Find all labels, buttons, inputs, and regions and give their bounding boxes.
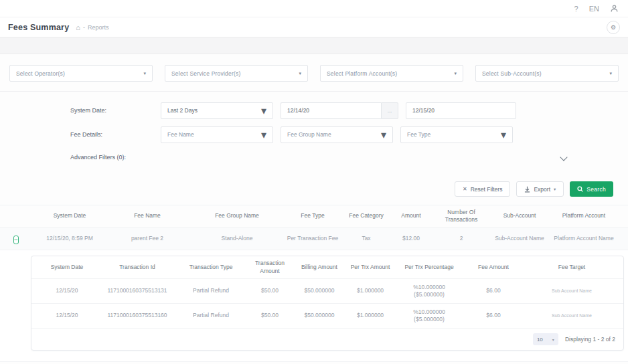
- platform-accounts-select[interactable]: Select Platform Account(s) ▾: [320, 65, 463, 82]
- transactions-table-body: 12/15/20 1171000160375513131 Partial Ref…: [31, 278, 623, 328]
- search-button[interactable]: Search: [570, 181, 613, 197]
- col-fee-type: Fee Type: [280, 209, 345, 222]
- displaying-label: Displaying 1 - 2 of 2: [565, 336, 615, 343]
- chevron-down-icon: ▾: [381, 128, 386, 141]
- transaction-row: 12/15/20 1171000160375513131 Partial Ref…: [31, 278, 623, 303]
- cell-billing-amount: $50.000000: [295, 284, 343, 298]
- operators-select-placeholder: Select Operator(s): [16, 70, 65, 77]
- service-providers-select-placeholder: Select Service Provider(s): [171, 70, 240, 77]
- chevron-down-icon: ▾: [261, 128, 266, 141]
- chevron-down-icon: ▾: [501, 128, 506, 141]
- breadcrumb-separator: -: [83, 24, 85, 31]
- page-settings-button[interactable]: ⚙: [607, 21, 620, 34]
- fee-type-select[interactable]: Fee Type ▾: [400, 126, 513, 143]
- col-system-date: System Date: [39, 209, 100, 222]
- cell-platform-account: Platform Account Name: [552, 232, 616, 246]
- page-size-value: 10: [537, 337, 543, 343]
- user-icon[interactable]: [610, 4, 619, 13]
- operators-select[interactable]: Select Operator(s) ▾: [9, 65, 153, 82]
- cell-per-trx-amount: $1.000000: [343, 284, 397, 298]
- chevron-down-icon: ▾: [552, 337, 554, 342]
- cell-system-date: 12/15/20: [37, 284, 97, 298]
- fee-details-row: Fee Details: Fee Name ▾ Fee Group Name ▾…: [0, 122, 628, 147]
- fee-group-name-placeholder: Fee Group Name: [287, 131, 331, 138]
- page-size-select[interactable]: 10 ▾: [533, 333, 558, 345]
- per-trx-percentage-value: %10.000000: [413, 308, 445, 315]
- breadcrumb: ⌂ - Reports: [76, 23, 108, 31]
- col-per-trx-amount: Per Trx Amount: [343, 261, 397, 274]
- cell-amount: $12.00: [387, 232, 435, 246]
- table-row: ▸ 12/15/20, 1:59 PM Scheduled2 Stand-Alo…: [0, 361, 628, 364]
- cell-fee-target: Sub Account Name: [526, 284, 618, 297]
- per-trx-percentage-value: %10.000000: [413, 284, 445, 290]
- language-selector[interactable]: EN: [589, 5, 599, 13]
- ellipsis-icon: ...: [388, 108, 392, 114]
- col-transaction-id: Transaction Id: [97, 261, 177, 274]
- transactions-pagination: 10 ▾ Displaying 1 - 2 of 2: [31, 328, 623, 350]
- cell-system-date: 12/15/20: [37, 308, 97, 323]
- cell-transaction-id: 1171000160375513131: [97, 284, 177, 298]
- col-fee-target: Fee Target: [526, 261, 618, 274]
- col-fee-category: Fee Category: [345, 209, 387, 222]
- reset-filters-button[interactable]: ✕ Reset Filters: [455, 181, 510, 197]
- col-sub-account: Sub-Account: [487, 209, 552, 222]
- service-providers-select[interactable]: Select Service Provider(s) ▾: [165, 65, 308, 82]
- cell-system-date: 12/15/20, 8:59 PM: [39, 232, 100, 246]
- expander-header: [13, 213, 39, 219]
- date-from-group: 12/14/20 ...: [281, 102, 398, 119]
- sub-accounts-select[interactable]: Select Sub-Account(s) ▾: [475, 65, 619, 82]
- search-icon: [577, 186, 583, 192]
- date-to-input[interactable]: 12/15/20: [406, 102, 516, 119]
- cell-per-trx-amount: $1.000000: [343, 308, 397, 323]
- page-content: Select Operator(s) ▾ Select Service Prov…: [0, 37, 628, 364]
- fees-table-header: System Date Fee Name Fee Group Name Fee …: [0, 205, 628, 227]
- per-trx-percentage-sub: ($5.000000): [398, 316, 460, 323]
- fee-type-placeholder: Fee Type: [407, 131, 430, 138]
- date-from-input[interactable]: 12/14/20: [281, 102, 381, 119]
- date-picker-button[interactable]: ...: [381, 102, 398, 119]
- export-label: Export: [534, 186, 550, 193]
- cell-fee-category: Tax: [345, 232, 387, 246]
- help-icon[interactable]: ?: [574, 5, 578, 13]
- col-per-trx-percentage: Per Trx Percentage: [397, 261, 461, 274]
- cell-transaction-type: Partial Refund: [177, 284, 244, 298]
- fee-details-label: Fee Details:: [0, 131, 161, 138]
- transactions-table: System Date Transaction Id Transaction T…: [31, 256, 624, 351]
- chevron-down-icon: ▾: [299, 71, 301, 76]
- cell-transaction-amount: $50.00: [244, 308, 295, 323]
- cell-number-of-transactions: 2: [435, 232, 487, 246]
- download-icon: [524, 186, 530, 193]
- home-icon[interactable]: ⌂: [76, 23, 80, 31]
- date-preset-select[interactable]: Last 2 Days ▾: [161, 102, 273, 119]
- system-date-label: System Date:: [0, 107, 161, 114]
- export-button[interactable]: Export ▾: [516, 181, 564, 197]
- fee-name-placeholder: Fee Name: [167, 131, 194, 138]
- col-number-of-transactions: Number Of Transactions: [435, 206, 487, 227]
- breadcrumb-reports[interactable]: Reports: [88, 24, 109, 31]
- cell-fee-type: Per Transaction Fee: [280, 232, 345, 246]
- advanced-filters-row: Advanced Filters (0):: [0, 147, 628, 168]
- entity-filters-row: Select Operator(s) ▾ Select Service Prov…: [0, 54, 628, 92]
- chevron-down-icon[interactable]: [560, 153, 567, 161]
- cell-transaction-id: 1171000160375513160: [97, 308, 177, 323]
- cell-transaction-type: Partial Refund: [177, 308, 244, 323]
- cell-fee-amount: $6.00: [461, 284, 526, 298]
- cell-fee-name: parent Fee 2: [100, 232, 194, 246]
- collapse-row-button[interactable]: −: [13, 236, 19, 244]
- col-fee-group-name: Fee Group Name: [194, 209, 280, 222]
- title-bar: Fees Summary ⌂ - Reports ⚙: [0, 17, 628, 37]
- chevron-down-icon: ▾: [554, 187, 556, 192]
- date-preset-value: Last 2 Days: [167, 107, 198, 114]
- cell-fee-group-name: Stand-Alone: [194, 232, 280, 246]
- platform-accounts-select-placeholder: Select Platform Account(s): [327, 70, 397, 77]
- fee-name-select[interactable]: Fee Name ▾: [161, 126, 273, 143]
- row-detail-section: System Date Transaction Id Transaction T…: [0, 250, 628, 361]
- advanced-filters-toggle[interactable]: Advanced Filters (0):: [0, 154, 126, 161]
- fee-group-name-select[interactable]: Fee Group Name ▾: [281, 126, 393, 143]
- transactions-table-header: System Date Transaction Id Transaction T…: [31, 256, 623, 278]
- page-title: Fees Summary: [8, 23, 69, 32]
- cell-fee-amount: $6.00: [461, 308, 526, 323]
- col-fee-amount: Fee Amount: [461, 261, 526, 274]
- system-date-row: System Date: Last 2 Days ▾ 12/14/20 ... …: [0, 98, 628, 122]
- chevron-down-icon: ▾: [143, 71, 146, 76]
